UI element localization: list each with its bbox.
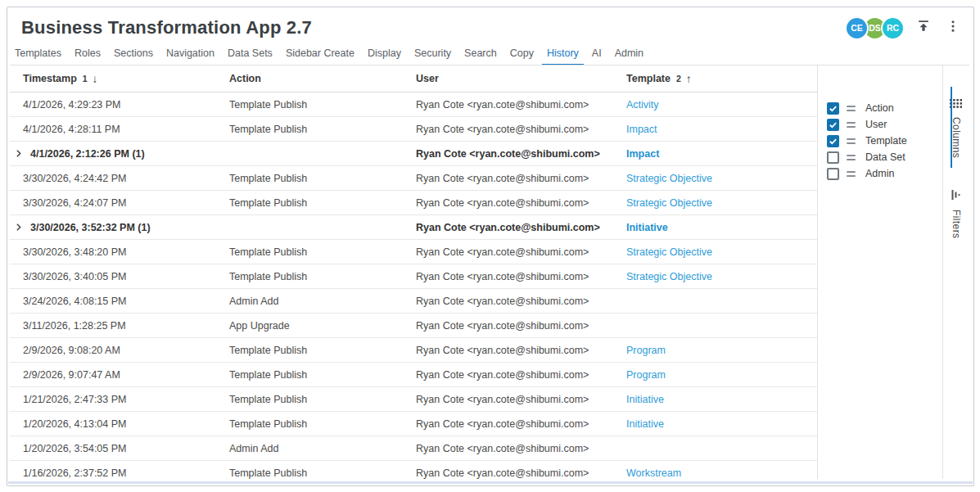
timestamp-text: 3/11/2026, 1:28:25 PM: [23, 320, 126, 332]
tab-templates[interactable]: Templates: [10, 43, 66, 65]
template-link[interactable]: Strategic Objective: [626, 271, 712, 282]
sort-priority: 1: [83, 74, 88, 84]
template-link[interactable]: Impact: [626, 124, 657, 135]
column-toggle-template[interactable]: Template: [818, 133, 942, 149]
tab-security[interactable]: Security: [409, 43, 456, 65]
template-link[interactable]: Initiative: [626, 222, 668, 233]
column-toggle-label: Template: [865, 135, 907, 147]
tab-ai[interactable]: AI: [587, 43, 607, 65]
checkbox-checked-icon[interactable]: [827, 135, 839, 147]
timestamp-text: 4/1/2026, 4:29:23 PM: [23, 99, 121, 111]
user-cell: Ryan Cote <ryan.cote@shibumi.com>: [416, 222, 626, 233]
template-cell: Impact: [626, 148, 817, 160]
tab-display[interactable]: Display: [363, 43, 406, 65]
template-link[interactable]: Strategic Objective: [626, 197, 712, 209]
template-link[interactable]: Initiative: [626, 418, 664, 430]
timestamp-text: 3/30/2026, 4:24:07 PM: [23, 197, 126, 209]
timestamp-cell: 3/30/2026, 4:24:07 PM: [10, 197, 229, 209]
template-link[interactable]: Workstream: [626, 467, 681, 479]
column-header-action[interactable]: Action: [229, 73, 416, 84]
action-cell: Template Publish: [229, 271, 416, 282]
timestamp-text: 2/9/2026, 9:08:20 AM: [23, 345, 120, 356]
column-label: Action: [229, 73, 261, 84]
table-row-group[interactable]: 3/30/2026, 3:52:32 PM (1)Ryan Cote <ryan…: [10, 215, 817, 240]
timestamp-text: 3/24/2026, 4:08:15 PM: [23, 296, 126, 307]
template-link[interactable]: Impact: [626, 148, 659, 160]
action-cell: Template Publish: [229, 99, 416, 111]
checkbox-unchecked-icon[interactable]: [827, 151, 839, 164]
tab-navigation[interactable]: Navigation: [161, 43, 219, 65]
column-label: Template: [626, 73, 671, 84]
horizontal-scrollbar[interactable]: [8, 481, 973, 484]
timestamp-cell: 3/11/2026, 1:28:25 PM: [10, 320, 229, 332]
column-header-user[interactable]: User: [416, 73, 626, 84]
page-title: Business Transformation App 2.7: [21, 17, 312, 38]
rail-tab-columns[interactable]: Columns: [943, 87, 969, 168]
column-toggle-user[interactable]: User: [818, 116, 942, 133]
columns-grid-icon: [950, 97, 962, 111]
columns-panel-list: ActionUserTemplateData SetAdmin: [818, 100, 942, 182]
rail-tab-filters[interactable]: Filters: [943, 179, 969, 248]
column-toggle-action[interactable]: Action: [818, 100, 942, 116]
drag-handle-icon[interactable]: [847, 155, 856, 160]
timestamp-cell: 3/30/2026, 3:48:20 PM: [10, 246, 229, 258]
column-toggle-label: User: [865, 119, 887, 130]
timestamp-cell: 3/30/2026, 3:40:05 PM: [10, 271, 229, 282]
template-link[interactable]: Strategic Objective: [626, 173, 712, 184]
template-cell: Initiative: [626, 222, 817, 233]
timestamp-text: 1/20/2026, 3:54:05 PM: [23, 443, 126, 454]
user-cell: Ryan Cote <ryan.cote@shibumi.com>: [416, 99, 626, 111]
expand-chevron-icon[interactable]: [13, 148, 24, 159]
column-toggle-label: Admin: [865, 168, 894, 179]
user-cell: Ryan Cote <ryan.cote@shibumi.com>: [416, 467, 626, 479]
timestamp-cell: 1/20/2026, 4:13:04 PM: [10, 418, 229, 430]
drag-handle-icon[interactable]: [847, 122, 856, 128]
table-row-group[interactable]: 4/1/2026, 2:12:26 PM (1)Ryan Cote <ryan.…: [10, 142, 817, 166]
action-cell: Template Publish: [229, 173, 416, 184]
avatar-rc[interactable]: RC: [881, 16, 905, 40]
checkbox-checked-icon[interactable]: [827, 102, 839, 115]
tab-search[interactable]: Search: [459, 43, 502, 65]
tab-data-sets[interactable]: Data Sets: [223, 43, 278, 65]
timestamp-text: 1/21/2026, 2:47:33 PM: [23, 394, 126, 405]
timestamp-text: 1/20/2026, 4:13:04 PM: [23, 418, 126, 430]
table-row: 4/1/2026, 4:29:23 PMTemplate PublishRyan…: [10, 93, 817, 117]
template-cell: Impact: [626, 124, 817, 135]
tab-history[interactable]: History: [542, 43, 584, 65]
tab-admin[interactable]: Admin: [610, 43, 648, 65]
template-link[interactable]: Program: [626, 369, 666, 381]
table-row: 1/20/2026, 3:54:05 PMAdmin AddRyan Cote …: [10, 436, 817, 461]
tab-copy[interactable]: Copy: [505, 43, 539, 65]
table-row: 2/9/2026, 9:07:47 AMTemplate PublishRyan…: [10, 363, 817, 387]
drag-handle-icon[interactable]: [847, 171, 856, 177]
template-link[interactable]: Initiative: [626, 394, 664, 405]
expand-chevron-icon[interactable]: [13, 222, 24, 232]
tab-sidebar-create[interactable]: Sidebar Create: [281, 43, 359, 65]
user-cell: Ryan Cote <ryan.cote@shibumi.com>: [416, 394, 626, 405]
kebab-menu-button[interactable]: [942, 17, 964, 38]
column-header-timestamp[interactable]: Timestamp1↓: [10, 73, 229, 85]
checkbox-unchecked-icon[interactable]: [827, 168, 839, 180]
tab-roles[interactable]: Roles: [70, 43, 106, 65]
timestamp-text: 3/30/2026, 3:52:32 PM (1): [30, 222, 151, 233]
checkbox-checked-icon[interactable]: [827, 119, 839, 131]
drag-handle-icon[interactable]: [847, 138, 856, 144]
timestamp-cell: 4/1/2026, 4:28:11 PM: [10, 124, 229, 135]
avatar-ce[interactable]: CE: [845, 16, 869, 40]
column-toggle-data-set[interactable]: Data Set: [818, 149, 942, 165]
drag-handle-icon[interactable]: [847, 106, 856, 111]
template-link[interactable]: Activity: [626, 99, 659, 111]
app-header: Business Transformation App 2.7 CEDSRC: [21, 14, 964, 42]
user-cell: Ryan Cote <ryan.cote@shibumi.com>: [416, 443, 626, 454]
column-toggle-admin[interactable]: Admin: [818, 165, 942, 182]
template-cell: Initiative: [626, 418, 817, 430]
tab-sections[interactable]: Sections: [109, 43, 158, 65]
template-link[interactable]: Strategic Objective: [626, 246, 712, 258]
timestamp-cell: 3/30/2026, 3:52:32 PM (1): [10, 222, 229, 233]
table-row: 1/16/2026, 2:37:52 PMTemplate PublishRya…: [10, 461, 817, 479]
template-cell: Strategic Objective: [626, 271, 817, 282]
column-header-template[interactable]: Template2↑: [626, 73, 817, 85]
column-label: User: [416, 73, 439, 84]
publish-button[interactable]: [913, 17, 934, 38]
template-link[interactable]: Program: [626, 345, 666, 356]
